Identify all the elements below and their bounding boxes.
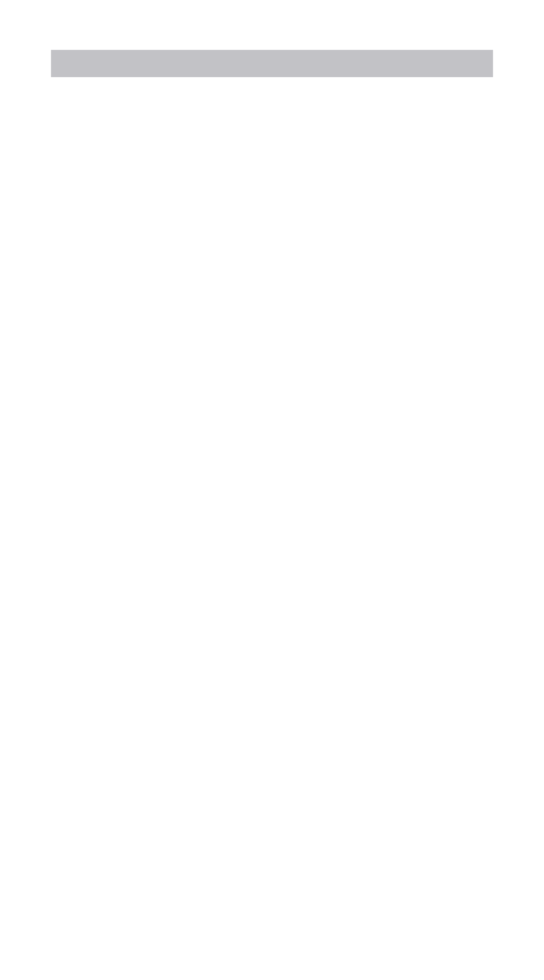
body-content (62, 105, 482, 128)
spacer (62, 105, 482, 128)
definition-box (51, 50, 493, 77)
